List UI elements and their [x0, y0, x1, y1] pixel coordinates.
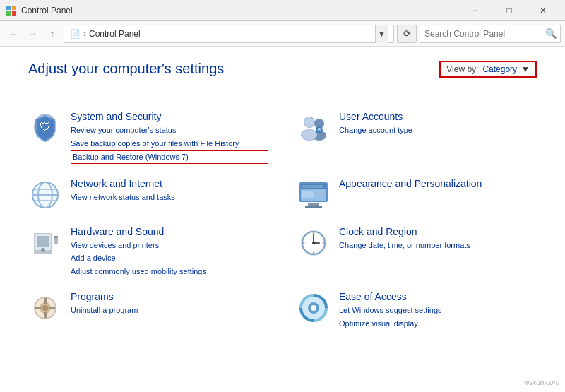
minimize-button[interactable]: −	[459, 0, 492, 21]
svg-rect-33	[37, 236, 49, 247]
view-by-chevron-icon: ▼	[521, 64, 530, 74]
close-button[interactable]: ✕	[527, 0, 559, 21]
category-ease-of-access: Ease of Access Let Windows suggest setti…	[297, 291, 537, 329]
breadcrumb-current: Control Panel	[89, 29, 141, 39]
svg-rect-26	[302, 191, 314, 198]
svg-rect-1	[12, 6, 16, 10]
maximize-button[interactable]: □	[493, 0, 525, 21]
breadcrumb-separator: ›	[83, 29, 86, 39]
svg-point-40	[313, 251, 315, 254]
search-input[interactable]	[420, 29, 542, 39]
backup-restore-link[interactable]: Backup and Restore (Windows 7)	[71, 150, 268, 164]
svg-rect-24	[305, 206, 322, 208]
category-programs: Programs Uninstall a program	[28, 291, 268, 329]
category-clock-region: Clock and Region Change date, time, or n…	[297, 226, 537, 278]
user-accounts-links: Change account type	[339, 124, 537, 136]
svg-rect-3	[12, 11, 16, 16]
svg-rect-48	[44, 312, 47, 318]
view-by-selector[interactable]: View by: Category ▼	[439, 61, 537, 78]
programs-text: Programs Uninstall a program	[71, 291, 268, 316]
save-backup-link[interactable]: Save backup copies of your files with Fi…	[71, 138, 268, 150]
view-by-value: Category	[482, 64, 517, 74]
svg-point-11	[302, 130, 317, 140]
mobility-settings-link[interactable]: Adjust commonly used mobility settings	[71, 266, 268, 278]
category-network-internet: Network and Internet View network status…	[28, 178, 268, 212]
svg-rect-0	[6, 6, 11, 10]
category-appearance: Appearance and Personalization	[297, 178, 537, 212]
ease-of-access-icon	[297, 291, 331, 325]
up-button[interactable]: ↑	[44, 25, 61, 42]
title-bar-title: Control Panel	[21, 6, 459, 16]
breadcrumb-controlpanel: 📄	[70, 29, 81, 39]
uninstall-link[interactable]: Uninstall a program	[71, 304, 268, 316]
user-accounts-icon: ⚙	[297, 111, 331, 145]
svg-rect-47	[44, 298, 47, 304]
network-internet-title[interactable]: Network and Internet	[71, 178, 268, 189]
svg-rect-25	[302, 185, 323, 188]
refresh-button[interactable]: ⟳	[397, 25, 417, 43]
clock-region-text: Clock and Region Change date, time, or n…	[339, 226, 537, 251]
clock-region-icon	[297, 226, 331, 260]
add-device-link[interactable]: Add a device	[71, 252, 268, 264]
search-button[interactable]: 🔍	[542, 25, 560, 43]
category-system-security: 🛡 System and Security Review your comput…	[28, 111, 268, 164]
hardware-sound-links: View devices and printers Add a device A…	[71, 239, 268, 278]
address-bar: ← → ↑ 📄 › Control Panel ▼ ⟳ 🔍	[0, 21, 565, 47]
svg-point-41	[303, 242, 305, 244]
svg-point-10	[304, 117, 314, 127]
svg-point-19	[32, 182, 58, 208]
top-bar: Adjust your computer's settings View by:…	[28, 61, 537, 94]
optimize-display-link[interactable]: Optimize visual display	[339, 318, 537, 330]
title-bar: Control Panel − □ ✕	[0, 0, 565, 21]
network-internet-links: View network status and tasks	[71, 191, 268, 203]
page-title: Adjust your computer's settings	[28, 61, 224, 77]
programs-icon	[28, 291, 62, 325]
system-security-links: Review your computer's status Save backu…	[71, 124, 268, 164]
system-security-icon: 🛡	[28, 111, 62, 145]
user-accounts-title[interactable]: User Accounts	[339, 111, 537, 122]
back-button[interactable]: ←	[4, 25, 21, 42]
title-bar-controls: − □ ✕	[459, 0, 559, 21]
appearance-text: Appearance and Personalization	[339, 178, 537, 191]
forward-button[interactable]: →	[24, 25, 41, 42]
suggest-settings-link[interactable]: Let Windows suggest settings	[339, 304, 537, 316]
address-box[interactable]: 📄 › Control Panel ▼	[64, 25, 394, 43]
svg-text:⚙: ⚙	[317, 127, 321, 132]
address-breadcrumb: 📄 › Control Panel	[70, 29, 375, 39]
appearance-icon	[297, 178, 331, 212]
ease-of-access-title[interactable]: Ease of Access	[339, 291, 537, 302]
system-security-text: System and Security Review your computer…	[71, 111, 268, 164]
svg-point-30	[41, 248, 45, 252]
review-status-link[interactable]: Review your computer's status	[71, 124, 268, 136]
change-date-link[interactable]: Change date, time, or number formats	[339, 239, 537, 251]
hardware-sound-title[interactable]: Hardware and Sound	[71, 226, 268, 237]
svg-rect-50	[49, 307, 55, 309]
svg-text:🛡: 🛡	[40, 121, 51, 133]
category-hardware-sound: Hardware and Sound View devices and prin…	[28, 226, 268, 278]
ease-of-access-text: Ease of Access Let Windows suggest setti…	[339, 291, 537, 329]
svg-rect-32	[54, 236, 58, 238]
view-devices-link[interactable]: View devices and printers	[71, 239, 268, 251]
address-dropdown-btn[interactable]: ▼	[375, 25, 388, 43]
svg-rect-23	[308, 203, 319, 206]
system-security-title[interactable]: System and Security	[71, 111, 268, 122]
clock-region-title[interactable]: Clock and Region	[339, 226, 537, 237]
watermark: wsxdn.com	[524, 379, 559, 386]
programs-links: Uninstall a program	[71, 304, 268, 316]
hardware-sound-icon	[28, 226, 62, 260]
svg-rect-2	[6, 11, 11, 16]
view-network-link[interactable]: View network status and tasks	[71, 191, 268, 203]
network-internet-text: Network and Internet View network status…	[71, 178, 268, 203]
programs-title[interactable]: Programs	[71, 291, 268, 302]
change-account-link[interactable]: Change account type	[339, 124, 537, 136]
svg-rect-27	[315, 191, 323, 198]
svg-point-46	[42, 305, 48, 311]
appearance-title[interactable]: Appearance and Personalization	[339, 178, 537, 189]
title-bar-icon	[6, 5, 17, 16]
main-content: Adjust your computer's settings View by:…	[0, 47, 565, 392]
svg-point-38	[312, 242, 315, 244]
hardware-sound-text: Hardware and Sound View devices and prin…	[71, 226, 268, 278]
search-box: 🔍	[420, 25, 561, 43]
clock-region-links: Change date, time, or number formats	[339, 239, 537, 251]
svg-point-39	[313, 232, 315, 234]
